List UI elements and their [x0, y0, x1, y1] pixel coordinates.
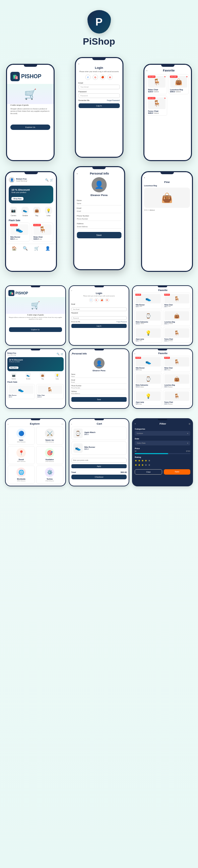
fav-item-fancy-chair[interactable]: 50% OFF ♥ 🪑 Fancy Chair $165.0 $150.0 — [147, 96, 167, 116]
search-icon[interactable]: 🔍 — [45, 179, 49, 182]
star-r2-1[interactable]: ★ — [135, 464, 137, 467]
nav-home[interactable]: 🏠 — [12, 246, 17, 251]
sm-fav-lamp[interactable]: 💡 Aqua Lamp $35.0 $0.0 — [134, 327, 162, 343]
sm-fav-bag[interactable]: 👜 Luxurious Bag $350.0 $500.0 — [163, 310, 191, 326]
price-slider[interactable] — [135, 453, 190, 454]
fav-heart[interactable]: ♥ — [164, 75, 165, 78]
sm-cat-sneaker[interactable]: 👟 Sneaker — [26, 373, 31, 380]
sm-fav-nike-runner[interactable]: 55% OFF 👟 Nike Runner $30.0 $0.0 — [134, 293, 162, 309]
sm-phone-input[interactable] — [71, 387, 127, 390]
facebook-icon[interactable]: f — [85, 74, 91, 80]
cat-bag[interactable]: 👜 Bag — [33, 207, 41, 217]
sm-explore-button[interactable]: Explore Us — [9, 327, 62, 332]
sm-address-input[interactable] — [71, 392, 127, 395]
explore-optic[interactable]: 🔵 Optic 291k followers — [8, 427, 35, 445]
sm-fav2-nike[interactable]: 55% OFF 👟 Nike Runner $30.0 $0.0 — [134, 356, 162, 372]
sm-forgot-link[interactable]: Forgot Password — [117, 321, 127, 322]
cart-item-apple-watch[interactable]: ⌚ Apple Watch $45.0 — [71, 427, 127, 440]
checkout-button[interactable]: Checkout — [71, 475, 127, 479]
email-input[interactable]: Your Email — [78, 85, 120, 89]
filter-cat-dropdown[interactable]: furniture ▾ — [135, 431, 190, 436]
sm-email-input[interactable] — [71, 307, 127, 311]
filter-settings-icon[interactable]: ⚙ — [189, 423, 190, 425]
google-icon[interactable]: G — [93, 74, 98, 80]
sm-fav2-rolex[interactable]: ⌚ Rolex Submarine $164.4 $369.0 — [134, 373, 162, 389]
remember-me-text[interactable]: Remember Me — [78, 99, 89, 101]
login-button[interactable]: Log In — [78, 103, 120, 108]
sm-name-input[interactable] — [71, 375, 127, 378]
sm-cat-bag[interactable]: 👜 Bag — [40, 373, 45, 380]
sm-fav-rolex[interactable]: ⌚ Rolex Submarine $164.4 $369.0 — [134, 310, 162, 326]
cart-item-nike[interactable]: 👟 Nike Runner $45.0 — [71, 441, 127, 455]
password-input[interactable]: Password — [78, 93, 120, 98]
fav-item-relax-chair[interactable]: 55% OFF ♥ 🪑 Relax Chair $120.0 $100.0 — [147, 74, 167, 94]
sm-cart-icon[interactable]: 🛒 — [61, 353, 64, 355]
gmail-icon[interactable]: M — [108, 74, 113, 80]
sm-fav2-chair[interactable]: 55% OFF 🪑 Relax Chair $30.0 $0.0 — [163, 356, 191, 372]
apply-promo-button[interactable]: Apply — [71, 464, 127, 468]
filter-date-dropdown[interactable]: Select Date ▾ — [135, 441, 190, 445]
promo-input[interactable] — [71, 458, 127, 463]
explore-techies[interactable]: ⚙️ Techies 251k followers — [36, 466, 63, 484]
sm-search-icon[interactable]: 🔍 — [56, 353, 60, 355]
sm-fav2-lamp[interactable]: 💡 Aqua Lamp $35.0 $0.0 — [134, 390, 162, 406]
apple-icon[interactable]: 🍎 — [100, 74, 106, 80]
sm-fav2-bag[interactable]: 👜 Luxurious Bag $350.0 $500.0 — [163, 373, 191, 389]
explore-donalt[interactable]: 📍 Donalt 223k followers — [8, 446, 35, 464]
cart-icon[interactable]: 🛒 — [50, 179, 53, 182]
star-r2-3[interactable]: ★ — [142, 464, 144, 467]
forgot-password-link[interactable]: Forgot Password — [107, 99, 120, 101]
shop-now-button[interactable]: Shop Now — [11, 197, 24, 200]
fav-item-luxurious-bag[interactable]: 50% OFF ♥ 👜 Luxurious Bag $350.0 $500.0 — [168, 74, 189, 94]
product-nike-runner[interactable]: 55% OFF 👟 Nike Runner $30.0 $0.0 — [9, 222, 30, 242]
star-2[interactable]: ★ — [138, 459, 141, 462]
nav-profile[interactable]: 👤 — [45, 246, 50, 251]
fav-heart-2[interactable]: ♥ — [186, 75, 188, 78]
sm-g-icon[interactable]: G — [94, 298, 98, 302]
name-input[interactable] — [77, 202, 121, 206]
cat-sneaker[interactable]: 👟 Sneaker — [22, 207, 29, 217]
explore-hustlation[interactable]: 🎯 Hustlation 251k followers — [36, 446, 63, 464]
clear-filter-button[interactable]: Clear — [135, 469, 162, 475]
sm-apple-icon[interactable]: 🍎 — [100, 298, 104, 302]
cat-camera[interactable]: 📷 Camera — [10, 207, 17, 217]
address-input[interactable] — [77, 225, 121, 228]
sm-remember-text[interactable]: Remember Me — [71, 321, 80, 322]
explore-button[interactable]: Explore Us — [10, 125, 50, 130]
back-arrow[interactable]: ‹ — [147, 69, 148, 72]
explore-worldwide[interactable]: 🌐 Worldwide 223k followers — [8, 466, 35, 484]
nav-cart[interactable]: 🛒 — [34, 246, 39, 251]
sm-product-nike[interactable]: 👟 Nike Runner $30.0 — [7, 384, 35, 399]
sm-cat-lamp[interactable]: 💡 Lamp — [54, 373, 60, 380]
explore-vanom[interactable]: ⚔️ Vanom Jac 291k followers — [36, 427, 63, 445]
sm-product-chair[interactable]: 🪑 Relax Chair $100.0 — [36, 384, 64, 399]
star-5[interactable]: ★ — [148, 459, 150, 462]
cat-lamp[interactable]: 💡 Lamp — [45, 207, 52, 217]
save-button[interactable]: Save — [77, 232, 121, 238]
sm-cat-camera[interactable]: 📷 Camera — [11, 373, 16, 380]
star-3[interactable]: ★ — [142, 459, 144, 462]
sm-shop-button[interactable]: Shop Now — [9, 367, 18, 369]
star-r2-5[interactable]: ★ — [148, 464, 150, 467]
sm-pass-input[interactable] — [71, 316, 127, 320]
sm-fav2-fancy-chair[interactable]: 🪑 Fancy Chair $165.0 $150.0 — [163, 390, 191, 406]
star-4[interactable]: ★ — [145, 459, 147, 462]
sm-email-input-sm[interactable] — [71, 381, 127, 384]
star-r2-2[interactable]: ★ — [138, 464, 141, 467]
phone-input[interactable] — [77, 217, 121, 221]
explore-menu[interactable]: ⋯ — [61, 423, 63, 425]
email-input-personal[interactable] — [77, 210, 121, 213]
fav-heart-3[interactable]: ♥ — [164, 97, 165, 99]
sm-login-button[interactable]: Log In — [71, 324, 127, 328]
star-1[interactable]: ★ — [135, 459, 137, 462]
apply-filter-button[interactable]: Apply — [164, 469, 190, 475]
sm-fb-icon[interactable]: f — [89, 298, 93, 302]
filter-back-arrow[interactable]: ‹ — [135, 422, 136, 425]
sm-m-icon[interactable]: M — [105, 298, 109, 302]
sm-fav-fancy-chair[interactable]: 🪑 Fancy Chair $165.0 $150.0 — [163, 327, 191, 343]
sm-save-button[interactable]: Save — [71, 397, 127, 402]
nav-search[interactable]: 🔍 — [23, 246, 28, 251]
sm-fav-relax-chair[interactable]: 55% OFF 🪑 Relax Chair $30.0 $0.0 — [163, 293, 191, 309]
product-relax-chair[interactable]: 55% OFF 🪑 Relax Chair $100.0 $0.0 — [32, 222, 53, 242]
star-r2-4[interactable]: ★ — [145, 464, 147, 467]
